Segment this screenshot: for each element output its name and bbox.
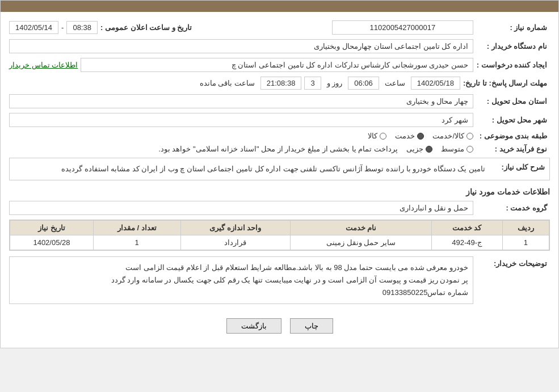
grooh-label: گروه خدمت :: [476, 204, 550, 212]
table-row: 1 ج-49-492 سایر حمل ونقل زمینی قرارداد 1…: [10, 235, 549, 250]
tawzih-phone: شماره تماس09133850225: [14, 286, 468, 299]
row-nam-dastgah: نام دستگاه خریدار : اداره کل تامین اجتما…: [9, 39, 550, 53]
tawzih-content: خودرو معرفی شده می بایست حتما مدل 98 به …: [9, 256, 473, 304]
radio-jazei-circle: [426, 146, 432, 153]
services-table-container: ردیف کد خدمت نام خدمت واحد اندازه گیری ت…: [9, 220, 550, 251]
tarikh-aalan-date: 1402/05/14: [9, 21, 58, 34]
radio-kala-circle: [380, 133, 386, 140]
row-nooe: نوع فرآیند خرید : متوسط جزیی پرداخت تمام…: [9, 145, 550, 153]
tarikh-aalan-label: تاریخ و ساعت اعلان عمومی :: [100, 23, 195, 32]
radio-mottaset-circle: [466, 146, 473, 153]
tabaghe-radio-group: کالا/خدمت خدمت کالا: [368, 132, 473, 140]
mohlat-time: 06:06: [348, 77, 379, 90]
nam-dastgah-value: اداره کل تامین اجتماعی استان چهارمحال وب…: [9, 39, 473, 53]
col-vahed: واحد اندازه گیری: [180, 221, 291, 235]
nooe-label: نوع فرآیند خرید :: [476, 145, 550, 153]
cell-radif: 1: [502, 235, 549, 250]
page-title: [1, 1, 558, 12]
nooe-radio-group: متوسط جزیی: [406, 145, 473, 153]
row-tabaghe: طبقه بندی موضوعی : کالا/خدمت خدمت کالا: [9, 132, 550, 140]
shahr-value: شهر کرد: [9, 113, 473, 127]
col-tarikh: تاریخ نیاز: [10, 221, 94, 235]
col-nam: نام خدمت: [291, 221, 431, 235]
row-shahr: شهر محل تحویل : شهر کرد: [9, 113, 550, 127]
radio-kala-khadamat-label: کالا/خدمت: [432, 132, 464, 140]
khadamat-header: اطلاعات خدمات مورد نیاز: [9, 187, 550, 196]
content-area: شماره نیاز : 1102005427000017 تاریخ و سا…: [1, 12, 558, 348]
mohlat-label: مهلت ارسال پاسخ: تا تاریخ:: [463, 79, 550, 87]
dash-sep: -: [61, 23, 64, 32]
shomara-value: 1102005427000017: [332, 20, 473, 35]
nam-dastgah-label: نام دستگاه خریدار :: [476, 42, 550, 50]
sharh-value: تامین یک دستگاه خودرو با راننده توسط آژا…: [14, 163, 485, 175]
radio-khadamat-label: خدمت: [395, 132, 415, 140]
col-tedad: تعداد / مقدار: [93, 221, 180, 235]
ijad-label: ایجاد کننده درخواست :: [476, 61, 550, 69]
row-mohlat: مهلت ارسال پاسخ: تا تاریخ: 1402/05/18 سا…: [9, 77, 550, 90]
cell-vahed: قرارداد: [180, 235, 291, 250]
mohlat-date: 1402/05/18: [411, 77, 460, 90]
row-ostan: استان محل تحویل : چهار محال و بختیاری: [9, 94, 550, 108]
chap-button[interactable]: چاپ: [290, 318, 333, 334]
shahr-label: شهر محل تحویل :: [476, 116, 550, 124]
cell-nam: سایر حمل ونقل زمینی: [291, 235, 431, 250]
tawzih-line2: پر نمودن ریز قیمت و پیوست آن الزامی است …: [14, 274, 468, 286]
services-table: ردیف کد خدمت نام خدمت واحد اندازه گیری ت…: [10, 220, 549, 250]
page-wrapper: شماره نیاز : 1102005427000017 تاریخ و سا…: [0, 0, 559, 348]
radio-kala-label: کالا: [368, 132, 377, 140]
ijad-link[interactable]: اطلاعات تماس خریدار: [9, 61, 78, 69]
radio-mottaset[interactable]: متوسط: [441, 145, 473, 153]
bazgasht-button[interactable]: بازگشت: [226, 318, 281, 334]
mohlat-days: 3: [304, 77, 321, 90]
mohlat-day-label: روز و: [324, 79, 346, 87]
cell-tarikh: 1402/05/28: [10, 235, 94, 250]
radio-kala-khadamat[interactable]: کالا/خدمت: [432, 132, 473, 140]
sharh-label: شرح کلی نیاز:: [488, 163, 545, 175]
tawzih-line1: خودرو معرفی شده می بایست حتما مدل 98 به …: [14, 262, 468, 274]
table-header-row: ردیف کد خدمت نام خدمت واحد اندازه گیری ت…: [10, 221, 549, 235]
radio-jazei[interactable]: جزیی: [406, 145, 432, 153]
ijad-value: حسن حیدری سورشجانی کارشناس تداركات اداره…: [81, 58, 473, 72]
col-radif: ردیف: [502, 221, 549, 235]
tawzih-label: توضیحات خریدار:: [476, 256, 550, 268]
nooe-desc: پرداخت تمام یا بخشی از مبلغ خریدار از مح…: [158, 145, 398, 153]
radio-khadamat-circle: [417, 133, 424, 140]
shomara-label: شماره نیاز :: [476, 23, 550, 32]
grooh-value: حمل و نقل و انبارداری: [9, 201, 473, 215]
tabaghe-label: طبقه بندی موضوعی :: [476, 132, 550, 140]
ostan-label: استان محل تحویل :: [476, 97, 550, 106]
radio-khadamat[interactable]: خدمت: [395, 132, 424, 140]
cell-tedad: 1: [93, 235, 180, 250]
tarikh-aalan-from: 08:38: [66, 21, 98, 34]
row-ijad: ایجاد کننده درخواست : حسن حیدری سورشجانی…: [9, 58, 550, 72]
row-shomara: شماره نیاز : 1102005427000017 تاریخ و سا…: [9, 20, 550, 35]
buttons-row: چاپ بازگشت: [9, 318, 550, 334]
notes-row: توضیحات خریدار: خودرو معرفی شده می بایست…: [9, 256, 550, 310]
radio-jazei-label: جزیی: [406, 145, 423, 153]
radio-mottaset-label: متوسط: [441, 145, 464, 153]
mohlat-unit: ساعت باقی مانده: [197, 79, 258, 87]
sharh-section: شرح کلی نیاز: تامین یک دستگاه خودرو با ر…: [9, 158, 550, 180]
radio-kala-khadamat-circle: [466, 133, 473, 140]
mohlat-time-label: ساعت: [382, 79, 408, 87]
radio-kala[interactable]: کالا: [368, 132, 386, 140]
row-grooh: گروه خدمت : حمل و نقل و انبارداری: [9, 201, 550, 215]
col-kod: کد خدمت: [431, 221, 502, 235]
mohlat-remaining: 21:08:38: [260, 77, 302, 90]
ostan-value: چهار محال و بختیاری: [9, 94, 473, 108]
cell-kod: ج-49-492: [431, 235, 502, 250]
